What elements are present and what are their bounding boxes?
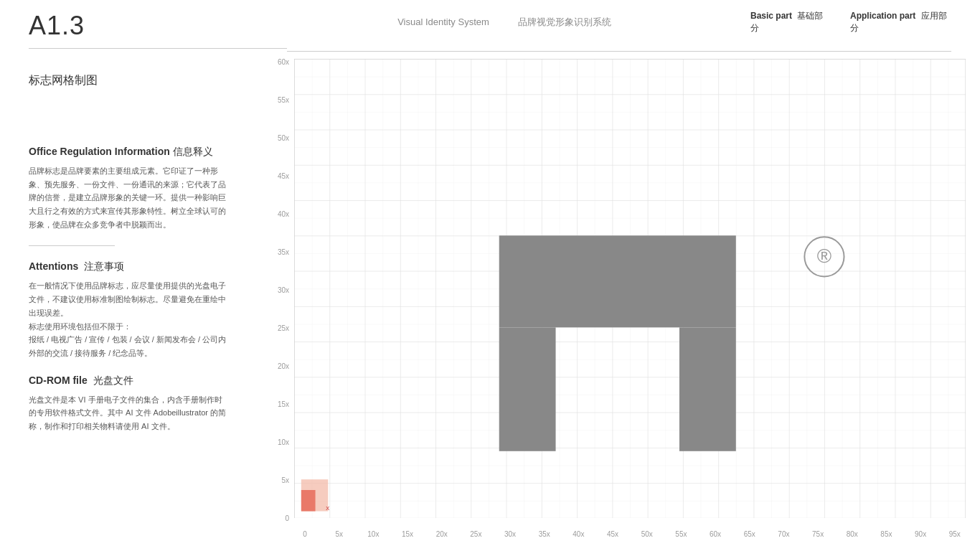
x-label-30: 30x <box>499 530 521 538</box>
y-label-50: 50x <box>265 135 293 142</box>
svg-text:®: ® <box>817 245 831 267</box>
y-axis: 0 5x 10x 15x 20x 25x 30x 35x 40x 45x 50x… <box>265 59 293 522</box>
x-label-10: 10x <box>362 530 384 538</box>
office-title-en: Office Regulation Information <box>29 146 170 157</box>
x-label-15: 15x <box>397 530 418 538</box>
office-title: Office Regulation Information 信息释义 <box>29 146 230 159</box>
x-label-20: 20x <box>431 530 453 538</box>
header: A1.3 Visual Identity System 品牌视觉形象识别系统 B… <box>0 0 980 52</box>
x-label-55: 55x <box>670 530 692 538</box>
x-label-50: 50x <box>636 530 658 538</box>
y-label-20: 20x <box>265 363 293 370</box>
grid-container: 0 5x 10x 15x 20x 25x 30x 35x 40x 45x 50x… <box>265 59 966 544</box>
attentions-body-1: 在一般情况下使用品牌标志，应尽量使用提供的光盘电子文件，不建议使用标准制图绘制标… <box>29 279 230 319</box>
y-label-35: 35x <box>265 249 293 256</box>
x-label-45: 45x <box>602 530 623 538</box>
x-label-65: 65x <box>739 530 760 538</box>
office-body: 品牌标志是品牌要素的主要组成元素。它印证了一种形象、预先服务、一份文件、一份通讯… <box>29 164 230 231</box>
x-label-40: 40x <box>567 530 589 538</box>
x-axis: 0 5x 10x 15x 20x 25x 30x 35x 40x 45x 50x… <box>294 524 966 544</box>
attentions-section: Attentions 注意事项 在一般情况下使用品牌标志，应尽量使用提供的光盘电… <box>29 260 230 359</box>
section-title: 标志网格制图 <box>29 73 230 88</box>
attentions-title-en: Attentions <box>29 260 78 272</box>
y-label-25: 25x <box>265 325 293 332</box>
y-label-15: 15x <box>265 401 293 408</box>
attentions-body-2: 标志使用环境包括但不限于： <box>29 320 230 334</box>
cdrom-section: CD-ROM file 光盘文件 光盘文件是本 VI 手册电子文件的集合，内含手… <box>29 375 230 433</box>
svg-rect-3 <box>499 235 736 327</box>
nav-basic-en: Basic part <box>750 11 792 21</box>
x-label-80: 80x <box>842 530 863 538</box>
svg-rect-9 <box>301 490 316 512</box>
nav-basic[interactable]: Basic part 基础部分 <box>750 10 829 34</box>
header-left: A1.3 <box>29 4 287 49</box>
right-panel: 0 5x 10x 15x 20x 25x 30x 35x 40x 45x 50x… <box>258 52 980 551</box>
y-label-60: 60x <box>265 59 293 66</box>
attentions-title-zh: 注意事项 <box>84 260 124 272</box>
x-label-85: 85x <box>875 530 897 538</box>
y-label-10: 10x <box>265 439 293 446</box>
cdrom-title: CD-ROM file 光盘文件 <box>29 375 230 387</box>
page-number: A1.3 <box>29 11 287 41</box>
header-title-zh: 品牌视觉形象识别系统 <box>518 16 611 29</box>
nav-application[interactable]: Application part 应用部分 <box>850 10 951 34</box>
attentions-body: 在一般情况下使用品牌标志，应尽量使用提供的光盘电子文件，不建议使用标准制图绘制标… <box>29 279 230 359</box>
left-panel: 标志网格制图 Office Regulation Information 信息释… <box>0 52 258 551</box>
nav-application-en: Application part <box>850 11 915 21</box>
y-label-40: 40x <box>265 211 293 218</box>
y-label-45: 45x <box>265 173 293 180</box>
x-label-0: 0 <box>294 530 316 538</box>
x-label-75: 75x <box>807 530 829 538</box>
cdrom-title-zh: 光盘文件 <box>93 375 133 386</box>
y-label-30: 30x <box>265 287 293 294</box>
y-label-0: 0 <box>265 515 293 522</box>
header-center: Visual Identity System 品牌视觉形象识别系统 <box>287 0 722 52</box>
x-label-35: 35x <box>534 530 555 538</box>
office-section: Office Regulation Information 信息释义 品牌标志是… <box>29 146 230 231</box>
svg-text:x: x <box>326 504 329 512</box>
svg-rect-5 <box>679 327 736 451</box>
y-label-5: 5x <box>265 477 293 484</box>
header-right: Basic part 基础部分 Application part 应用部分 <box>722 0 951 52</box>
attentions-title: Attentions 注意事项 <box>29 260 230 273</box>
main-content: 标志网格制图 Office Regulation Information 信息释… <box>0 52 980 551</box>
svg-rect-4 <box>499 327 556 451</box>
x-label-90: 90x <box>910 530 931 538</box>
x-label-60: 60x <box>705 530 726 538</box>
cdrom-body: 光盘文件是本 VI 手册电子文件的集合，内含手册制作时的专用软件格式文件。其中 … <box>29 393 230 433</box>
x-label-5: 5x <box>329 530 350 538</box>
x-label-70: 70x <box>773 530 794 538</box>
divider-1 <box>29 245 115 246</box>
x-label-25: 25x <box>465 530 486 538</box>
x-label-95: 95x <box>944 530 966 538</box>
office-title-zh: 信息释义 <box>173 146 213 157</box>
y-label-55: 55x <box>265 97 293 104</box>
cdrom-title-en: CD-ROM file <box>29 375 88 386</box>
grid-svg: ® x <box>294 59 966 518</box>
header-title-en: Visual Identity System <box>397 17 489 27</box>
attentions-body-3: 报纸 / 电视广告 / 宣传 / 包装 / 会议 / 新闻发布会 / 公司内外部… <box>29 333 230 359</box>
